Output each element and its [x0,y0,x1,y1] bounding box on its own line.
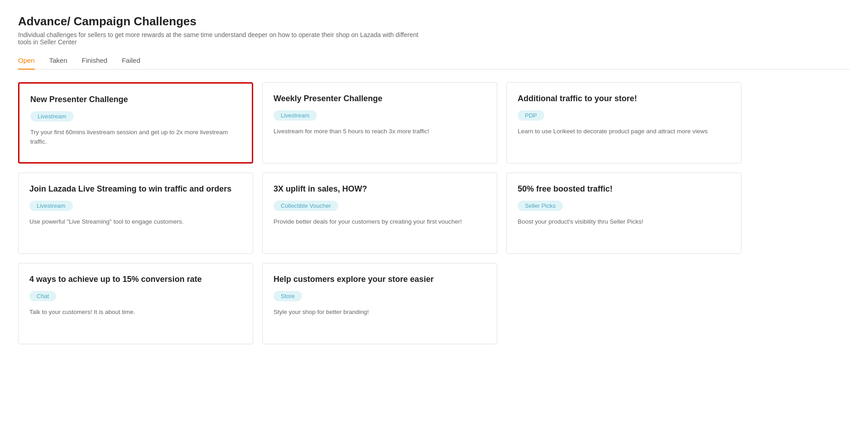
card-1-title: New Presenter Challenge [30,94,241,105]
card-7-tag: Chat [29,291,56,301]
card-8-title: Help customers explore your store easier [274,274,486,285]
card-6[interactable]: 50% free boosted traffic!Seller PicksBoo… [506,173,741,254]
card-1[interactable]: New Presenter ChallengeLivestreamTry you… [18,82,253,164]
page-title: Advance/ Campaign Challenges [18,14,850,28]
card-3-title: Additional traffic to your store! [518,94,730,104]
card-2-tag: Livestream [274,110,317,121]
tab-taken[interactable]: Taken [49,56,67,70]
tab-failed[interactable]: Failed [122,56,140,70]
card-2[interactable]: Weekly Presenter ChallengeLivestreamLive… [262,82,497,164]
card-8[interactable]: Help customers explore your store easier… [262,263,497,344]
card-5-title: 3X uplift in sales, HOW? [274,184,486,194]
card-4-tag: Livestream [29,201,73,211]
card-1-description: Try your first 60mins livestream session… [30,128,241,146]
tab-finished[interactable]: Finished [82,56,108,70]
tab-bar: OpenTakenFinishedFailed [18,56,850,70]
card-4-title: Join Lazada Live Streaming to win traffi… [29,184,242,194]
card-4-description: Use powerful "Live Streaming" tool to en… [29,217,242,226]
card-5-tag: Collectible Voucher [274,201,338,211]
card-3-tag: PDP [518,110,544,121]
card-6-title: 50% free boosted traffic! [518,184,730,194]
card-2-title: Weekly Presenter Challenge [274,94,486,104]
card-1-tag: Livestream [30,111,74,122]
card-5-description: Provide better deals for your customers … [274,217,486,226]
card-7-description: Talk to your customers! It is about time… [29,308,242,317]
card-7-title: 4 ways to achieve up to 15% conversion r… [29,274,242,285]
card-6-tag: Seller Picks [518,201,563,211]
card-3[interactable]: Additional traffic to your store!PDPLear… [506,82,741,164]
card-8-tag: Store [274,291,302,301]
cards-grid: New Presenter ChallengeLivestreamTry you… [18,82,741,344]
card-7[interactable]: 4 ways to achieve up to 15% conversion r… [18,263,253,344]
card-6-description: Boost your product's visibility thru Sel… [518,217,730,226]
card-5[interactable]: 3X uplift in sales, HOW?Collectible Vouc… [262,173,497,254]
card-8-description: Style your shop for better branding! [274,308,486,317]
card-2-description: Livestream for more than 5 hours to reac… [274,127,486,136]
tab-open[interactable]: Open [18,56,35,70]
card-4[interactable]: Join Lazada Live Streaming to win traffi… [18,173,253,254]
card-3-description: Learn to use Lorikeet to decorate produc… [518,127,730,136]
page-subtitle: Individual challenges for sellers to get… [18,31,425,46]
